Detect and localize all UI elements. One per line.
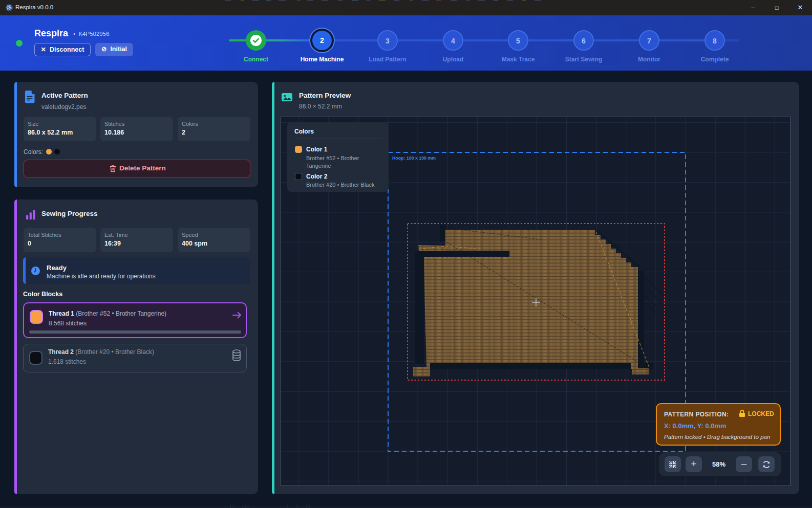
svg-text:Hoop: 100 x 100 mm: Hoop: 100 x 100 mm (392, 156, 436, 161)
